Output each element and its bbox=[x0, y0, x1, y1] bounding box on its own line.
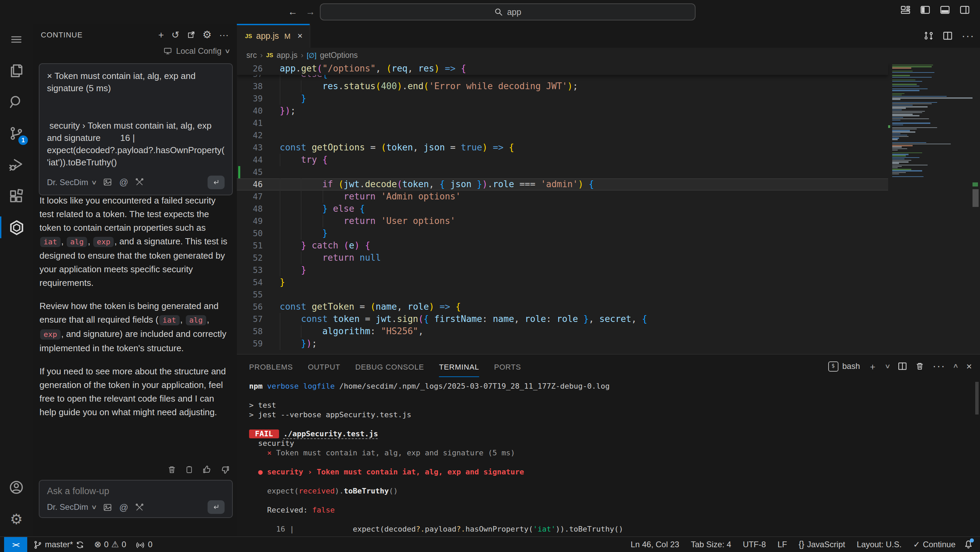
cursor-position[interactable]: Ln 46, Col 23 bbox=[627, 537, 682, 552]
activity-bar: 1 ⚙ bbox=[0, 24, 33, 537]
panel-tab-problems[interactable]: PROBLEMS bbox=[249, 356, 293, 377]
open-in-editor-icon[interactable] bbox=[187, 30, 195, 38]
send-button[interactable] bbox=[208, 175, 224, 189]
more-actions-icon[interactable]: ··· bbox=[219, 30, 229, 39]
panel-tab-output[interactable]: OUTPUT bbox=[308, 356, 340, 377]
code-editor[interactable]: 37else{38res.status(400).end('Error whil… bbox=[237, 63, 980, 354]
sidebar-item-extensions[interactable] bbox=[0, 180, 33, 212]
image-icon[interactable] bbox=[103, 178, 113, 186]
code-line-59: 59}); bbox=[237, 337, 888, 350]
tools-icon[interactable] bbox=[135, 503, 145, 512]
breadcrumb-symbol[interactable]: getOptions bbox=[320, 51, 358, 59]
toggle-primary-sidebar-icon[interactable] bbox=[920, 4, 931, 16]
notifications-button[interactable] bbox=[964, 540, 973, 549]
user-message-box[interactable]: × Token must contain iat, alg, exp and s… bbox=[39, 63, 233, 195]
close-panel-icon[interactable]: × bbox=[966, 361, 972, 372]
mention-icon[interactable]: @ bbox=[119, 177, 128, 187]
breadcrumb-src[interactable]: src bbox=[247, 51, 257, 59]
editor-scrollbar[interactable] bbox=[972, 189, 978, 207]
delete-icon[interactable] bbox=[167, 465, 176, 474]
send-button[interactable] bbox=[208, 500, 224, 514]
settings-button[interactable]: ⚙ bbox=[0, 503, 33, 534]
command-center-search[interactable]: app bbox=[320, 3, 695, 21]
mention-icon[interactable]: @ bbox=[119, 502, 128, 512]
compare-changes-icon[interactable] bbox=[924, 31, 934, 41]
sidebar-item-explorer[interactable] bbox=[0, 55, 33, 86]
code-line-44: 44try { bbox=[237, 154, 888, 166]
followup-input[interactable]: Ask a follow-up Dr. SecDim ∨ @ bbox=[39, 480, 233, 518]
braces-icon: {} bbox=[799, 541, 804, 549]
panel-tab-debug-console[interactable]: DEBUG CONSOLE bbox=[355, 356, 424, 377]
chevron-right-icon: › bbox=[260, 51, 263, 59]
indentation[interactable]: Tab Size: 4 bbox=[687, 537, 735, 552]
remote-indicator[interactable]: >< bbox=[4, 537, 27, 552]
branch-status[interactable]: master* bbox=[30, 537, 88, 552]
followup-placeholder: Ask a follow-up bbox=[47, 486, 224, 496]
sidebar-item-source-control[interactable]: 1 bbox=[0, 118, 33, 149]
monitor-icon bbox=[163, 47, 172, 55]
split-terminal-icon[interactable] bbox=[898, 361, 907, 371]
new-session-button[interactable]: + bbox=[158, 30, 164, 39]
breadcrumb-file[interactable]: app.js bbox=[277, 51, 298, 59]
terminal-output[interactable]: npm verbose logfile /home/secdim/.npm/_l… bbox=[237, 382, 980, 538]
toggle-panel-icon[interactable] bbox=[939, 4, 951, 16]
chevron-down-icon: ∨ bbox=[91, 179, 97, 186]
model-selector[interactable]: Dr. SecDim ∨ bbox=[47, 502, 96, 512]
shell-label: bash bbox=[842, 361, 860, 371]
files-icon bbox=[9, 63, 24, 78]
model-selector[interactable]: Dr. SecDim ∨ bbox=[47, 177, 96, 187]
sidebar-item-run-debug[interactable] bbox=[0, 149, 33, 180]
code-line-50: 50} bbox=[237, 227, 888, 240]
image-icon[interactable] bbox=[103, 503, 113, 512]
thumbs-down-icon[interactable] bbox=[221, 465, 230, 474]
thumbs-up-icon[interactable] bbox=[202, 465, 212, 474]
account-button[interactable] bbox=[0, 472, 33, 503]
history-icon[interactable]: ↺ bbox=[172, 30, 179, 39]
minimap[interactable] bbox=[888, 63, 970, 354]
close-tab-icon[interactable]: × bbox=[298, 31, 302, 41]
check-icon: ✓ bbox=[913, 540, 920, 549]
sticky-scroll-line[interactable]: 26app.get("/options", (req, res) => { bbox=[237, 63, 888, 75]
problems-status[interactable]: ⊗ 0 ⚠ 0 bbox=[91, 537, 130, 552]
customize-layout-icon[interactable] bbox=[900, 4, 911, 16]
ports-status[interactable]: 0 bbox=[132, 537, 156, 552]
search-value: app bbox=[507, 7, 521, 17]
language-mode[interactable]: {} JavaScript bbox=[795, 537, 849, 552]
chevron-down-icon[interactable]: ∨ bbox=[885, 363, 891, 370]
code-line-40: 40}); bbox=[237, 105, 888, 117]
sidebar-item-search[interactable] bbox=[0, 86, 33, 118]
code-line-56: 56const getToken = (name, role) => { bbox=[237, 301, 888, 313]
code-line-43: 43const getOptions = (token, json = true… bbox=[237, 142, 888, 154]
symbol-icon: [∅] bbox=[307, 51, 317, 59]
split-editor-icon[interactable] bbox=[943, 31, 953, 41]
nav-back-button[interactable]: ← bbox=[286, 5, 299, 18]
continue-status[interactable]: ✓ Continue bbox=[910, 537, 959, 552]
kill-terminal-icon[interactable] bbox=[915, 361, 924, 371]
menu-button[interactable] bbox=[0, 24, 33, 55]
copy-icon[interactable] bbox=[185, 465, 193, 474]
language-label: JavaScript bbox=[807, 540, 845, 549]
overview-change-marker bbox=[972, 182, 978, 186]
keyboard-layout[interactable]: Layout: U.S. bbox=[853, 537, 905, 552]
nav-forward-button[interactable]: → bbox=[304, 5, 317, 18]
encoding[interactable]: UTF-8 bbox=[740, 537, 769, 552]
tools-icon[interactable] bbox=[135, 178, 145, 186]
bottom-panel: PROBLEMSOUTPUTDEBUG CONSOLETERMINALPORTS… bbox=[237, 354, 980, 538]
maximize-panel-icon[interactable]: ∨ bbox=[953, 363, 959, 370]
gear-icon[interactable]: ⚙ bbox=[202, 29, 212, 40]
panel-tab-ports[interactable]: PORTS bbox=[494, 356, 521, 377]
sidebar-item-continue[interactable] bbox=[0, 212, 33, 243]
more-actions-icon[interactable]: ··· bbox=[962, 30, 975, 42]
new-terminal-icon[interactable]: ＋ bbox=[868, 362, 877, 371]
tab-app-js[interactable]: JS app.js M × bbox=[237, 24, 310, 48]
panel-tab-terminal[interactable]: TERMINAL bbox=[439, 356, 479, 377]
config-selector[interactable]: Local Config ∨ bbox=[163, 46, 230, 56]
toggle-secondary-sidebar-icon[interactable] bbox=[959, 4, 970, 16]
code-line-38: 38res.status(400).end('Error while decod… bbox=[237, 80, 888, 92]
eol-sequence[interactable]: LF bbox=[774, 537, 791, 552]
terminal-scrollbar[interactable] bbox=[975, 382, 978, 415]
notification-dot bbox=[970, 538, 974, 542]
terminal-instance[interactable]: $ bash bbox=[828, 361, 860, 371]
more-actions-icon[interactable]: ··· bbox=[932, 360, 945, 372]
warning-icon: ⚠ bbox=[111, 541, 119, 549]
